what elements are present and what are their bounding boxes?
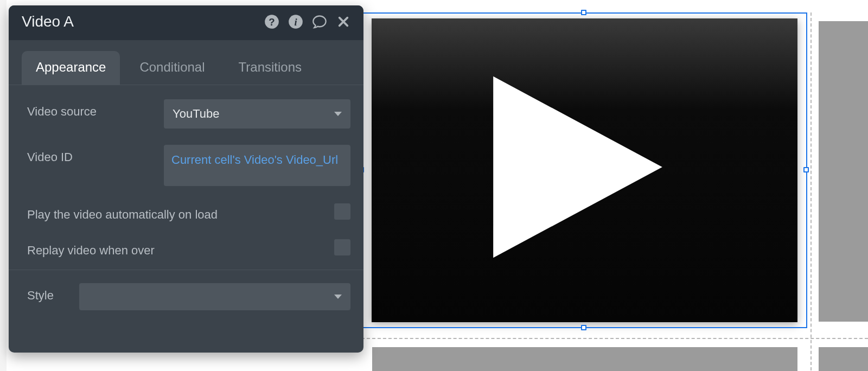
info-icon[interactable]: i — [288, 14, 304, 30]
tab-transitions[interactable]: Transitions — [225, 51, 316, 85]
tab-conditional[interactable]: Conditional — [125, 51, 219, 85]
row-video-source: Video source YouTube — [27, 99, 350, 129]
cell-guide-horizontal — [361, 338, 868, 339]
neighbor-element-bottom[interactable] — [372, 347, 797, 371]
row-autoplay: Play the video automatically on load — [27, 202, 350, 222]
close-icon[interactable] — [335, 14, 352, 30]
video-element[interactable] — [372, 18, 797, 322]
video-id-label: Video ID — [27, 145, 164, 164]
resize-handle-top[interactable] — [581, 10, 586, 15]
style-label: Style — [27, 283, 79, 303]
autoplay-checkbox[interactable] — [334, 203, 350, 220]
chevron-down-icon — [334, 112, 342, 116]
cell-guide-vertical — [810, 12, 812, 370]
resize-handle-right[interactable] — [803, 167, 809, 172]
video-id-expression[interactable]: Current cell's Video's Video_Url — [164, 145, 350, 186]
play-icon — [459, 64, 676, 270]
svg-marker-0 — [493, 76, 662, 258]
help-icon[interactable]: ? — [264, 14, 280, 30]
row-video-id: Video ID Current cell's Video's Video_Ur… — [27, 145, 350, 186]
replay-label: Replay video when over — [27, 238, 334, 258]
resize-handle-bottom[interactable] — [581, 325, 586, 330]
panel-tabs: Appearance Conditional Transitions — [9, 40, 363, 85]
row-replay: Replay video when over — [27, 238, 350, 258]
tab-appearance[interactable]: Appearance — [22, 51, 120, 85]
row-style: Style — [27, 283, 350, 310]
video-source-select[interactable]: YouTube — [164, 99, 350, 129]
editor-canvas[interactable]: Video A ? i Appearance Conditional Trans… — [0, 0, 868, 371]
panel-header[interactable]: Video A ? i — [9, 5, 363, 40]
panel-header-icons: ? i — [264, 14, 352, 30]
section-divider — [9, 270, 363, 270]
svg-text:?: ? — [269, 16, 275, 28]
panel-title: Video A — [22, 13, 74, 30]
video-source-label: Video source — [27, 99, 164, 119]
neighbor-element-right[interactable] — [819, 21, 868, 322]
chevron-down-icon — [334, 295, 342, 299]
video-source-value: YouTube — [173, 107, 219, 121]
left-strip — [0, 0, 7, 371]
neighbor-element-bottom-right[interactable] — [819, 347, 868, 371]
properties-panel: Video A ? i Appearance Conditional Trans… — [9, 5, 363, 353]
panel-body: Video source YouTube Video ID Current ce… — [9, 85, 363, 330]
style-select[interactable] — [79, 283, 350, 310]
autoplay-label: Play the video automatically on load — [27, 202, 334, 222]
comment-icon[interactable] — [311, 14, 328, 30]
svg-text:i: i — [294, 16, 297, 28]
replay-checkbox[interactable] — [334, 239, 350, 255]
